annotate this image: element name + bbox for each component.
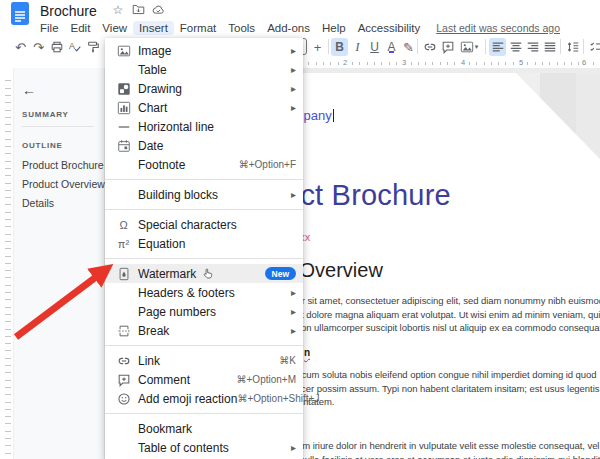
- move-folder-icon[interactable]: [130, 3, 146, 17]
- shortcut-label: ⌘+Option+F: [239, 159, 296, 170]
- menu-file[interactable]: File: [34, 21, 65, 35]
- add-comment-button[interactable]: [439, 38, 456, 56]
- checklist-button[interactable]: [587, 38, 600, 56]
- insert-menu-dropdown: Image▸ Table▸ Drawing▸ Chart▸ Horizontal…: [105, 38, 303, 459]
- insert-link-button[interactable]: [421, 38, 438, 56]
- menu-separator: [105, 345, 303, 346]
- menu-item-drawing[interactable]: Drawing▸: [105, 79, 303, 98]
- menu-item-building-blocks[interactable]: Building blocks▸: [105, 185, 303, 204]
- shortcut-label: ⌘K: [279, 355, 296, 366]
- calendar-icon: [116, 138, 131, 153]
- sidebar-divider: [22, 126, 94, 127]
- redo-button[interactable]: ↷: [30, 38, 47, 56]
- menu-item-bookmark[interactable]: Bookmark: [105, 419, 303, 438]
- menu-edit[interactable]: Edit: [65, 21, 97, 35]
- align-center-button[interactable]: [507, 38, 524, 56]
- toolbar-separator: [560, 39, 561, 54]
- star-icon[interactable]: ☆: [110, 3, 126, 17]
- menu-item-date[interactable]: Date: [105, 136, 303, 155]
- outline-item-details[interactable]: Details: [22, 197, 54, 209]
- new-badge: New: [265, 267, 296, 280]
- menu-item-break[interactable]: Break▸: [105, 321, 303, 340]
- ruler-mark: 4: [459, 58, 467, 67]
- vertical-ruler[interactable]: [0, 68, 14, 459]
- menu-item-table-of-contents[interactable]: Table of contents▸: [105, 438, 303, 457]
- menu-view[interactable]: View: [96, 21, 133, 35]
- menu-separator: [105, 413, 303, 414]
- menu-help[interactable]: Help: [316, 21, 352, 35]
- link-icon: [116, 353, 131, 368]
- align-left-button[interactable]: [489, 38, 506, 56]
- menu-item-watermark[interactable]: Watermark New: [105, 264, 303, 283]
- align-right-button[interactable]: [524, 38, 541, 56]
- watermark-icon: [116, 266, 131, 281]
- outline-label: OUTLINE: [22, 141, 63, 150]
- menu-tools[interactable]: Tools: [222, 21, 261, 35]
- ruler-mark: 5: [517, 58, 525, 67]
- google-docs-app: Brochure ☆ File Edit View Insert Format …: [0, 0, 600, 459]
- close-outline-icon[interactable]: ←: [22, 82, 36, 98]
- menu-item-equation[interactable]: π² Equation: [105, 234, 303, 253]
- cursor-hand-icon: [202, 267, 215, 280]
- insert-image-button[interactable]: ▾: [457, 38, 481, 56]
- menu-item-link[interactable]: Link⌘K: [105, 351, 303, 370]
- text-color-button[interactable]: A: [383, 38, 400, 56]
- menu-item-add-emoji-reaction[interactable]: Add emoji reaction⌘+Option+Shift+J: [105, 389, 303, 408]
- menu-format[interactable]: Format: [174, 21, 222, 35]
- submenu-arrow-icon: ▸: [291, 325, 296, 336]
- submenu-arrow-icon: ▸: [291, 83, 296, 94]
- italic-button[interactable]: I: [349, 38, 366, 56]
- summary-label: SUMMARY: [22, 110, 69, 119]
- equation-icon: π²: [116, 236, 131, 251]
- text-caret: [333, 109, 334, 122]
- bold-button[interactable]: B: [331, 38, 348, 56]
- svg-text:A: A: [68, 41, 74, 51]
- cloud-saved-icon[interactable]: [150, 3, 166, 17]
- docs-logo-icon[interactable]: [11, 2, 29, 25]
- emoji-icon: [116, 391, 131, 406]
- drawing-icon: [116, 81, 131, 96]
- document-title[interactable]: Brochure: [40, 3, 97, 19]
- menu-item-image[interactable]: Image▸: [105, 41, 303, 60]
- menu-item-headers-footers[interactable]: Headers & footers▸: [105, 283, 303, 302]
- submenu-arrow-icon: ▸: [291, 102, 296, 113]
- menu-item-special-characters[interactable]: Ω Special characters: [105, 215, 303, 234]
- menu-addons[interactable]: Add-ons: [261, 21, 316, 35]
- menu-item-comment[interactable]: Comment⌘+Option+M: [105, 370, 303, 389]
- menu-item-chart[interactable]: Chart▸: [105, 98, 303, 117]
- spelling-check-button[interactable]: A: [66, 38, 83, 56]
- submenu-arrow-icon: ▸: [291, 64, 296, 75]
- menu-item-horizontal-line[interactable]: Horizontal line: [105, 117, 303, 136]
- print-button[interactable]: [48, 38, 65, 56]
- ruler-ticks: [5, 74, 11, 459]
- toolbar-separator: [417, 39, 418, 54]
- submenu-arrow-icon: ▸: [291, 287, 296, 298]
- menu-item-footnote[interactable]: Footnote⌘+Option+F: [105, 155, 303, 174]
- image-icon: [116, 43, 131, 58]
- comment-icon: [116, 372, 131, 387]
- outline-item-product-brochure[interactable]: Product Brochure: [22, 159, 104, 171]
- menu-accessibility[interactable]: Accessibility: [352, 21, 427, 35]
- underline-button[interactable]: U: [366, 38, 383, 56]
- highlight-color-button[interactable]: ✎: [400, 38, 417, 56]
- menu-separator: [105, 258, 303, 259]
- align-justify-button[interactable]: [541, 38, 558, 56]
- submenu-arrow-icon: ▸: [291, 306, 296, 317]
- line-spacing-button[interactable]: [564, 38, 581, 56]
- last-edit-link[interactable]: Last edit was seconds ago: [436, 22, 560, 34]
- menu-item-table[interactable]: Table▸: [105, 60, 303, 79]
- page-corner-graphic: [516, 73, 600, 159]
- toolbar-separator: [485, 39, 486, 54]
- omega-icon: Ω: [116, 217, 131, 232]
- outline-item-product-overview[interactable]: Product Overview: [22, 178, 105, 190]
- page-break-icon: [116, 323, 131, 338]
- menu-insert[interactable]: Insert: [133, 21, 174, 35]
- shortcut-label: ⌘+Option+M: [237, 374, 296, 385]
- submenu-arrow-icon: ▸: [291, 45, 296, 56]
- font-size-increase-button[interactable]: +: [309, 38, 326, 56]
- menu-item-page-numbers[interactable]: Page numbers▸: [105, 302, 303, 321]
- submenu-arrow-icon: ▸: [291, 189, 296, 200]
- paint-format-button[interactable]: [84, 38, 101, 56]
- shortcut-label: ⌘+Option+Shift+J: [237, 393, 319, 404]
- undo-button[interactable]: ↶: [12, 38, 29, 56]
